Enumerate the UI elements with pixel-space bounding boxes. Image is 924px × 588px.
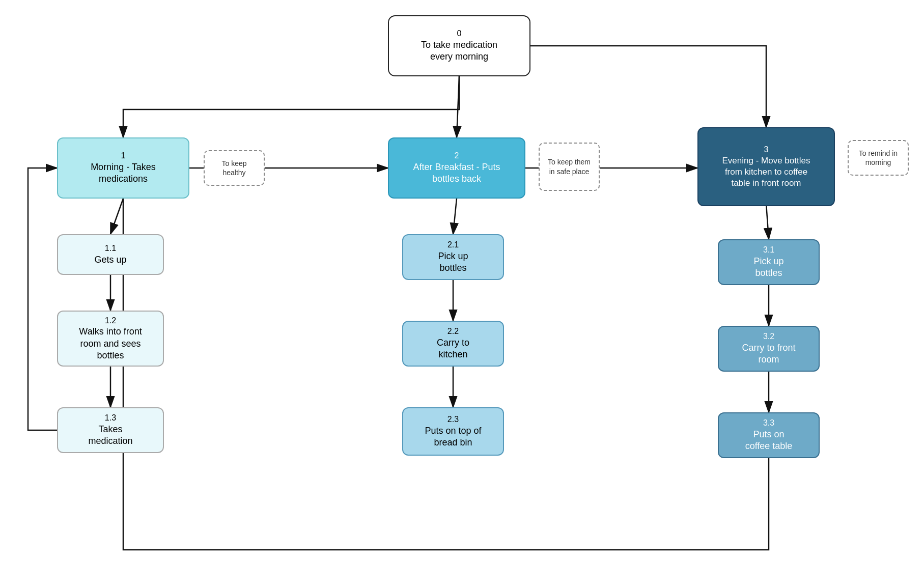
- node-1-3-label: Takes medication: [88, 424, 132, 446]
- node-1-2-id: 1.2: [79, 316, 142, 326]
- node-2-annotation-label: To keep them in safe place: [546, 157, 593, 176]
- node-3-1-label: Pick up bottles: [753, 256, 783, 278]
- node-2-label: After Breakfast - Puts bottles back: [413, 162, 500, 184]
- node-1-1-id: 1.1: [94, 243, 126, 254]
- arrows-svg: [0, 0, 924, 588]
- node-3-annotation-label: To remind in morning: [855, 149, 902, 167]
- node-3: 3 Evening - Move bottles from kitchen to…: [697, 127, 835, 206]
- node-3-1-id: 3.1: [753, 245, 783, 256]
- node-3-id: 3: [722, 145, 810, 155]
- node-2-3-label: Puts on top of bread bin: [425, 426, 481, 447]
- node-2-2: 2.2 Carry to kitchen: [402, 321, 504, 367]
- node-1-1-label: Gets up: [94, 255, 126, 265]
- node-2-1-label: Pick up bottles: [438, 251, 468, 273]
- node-3-2: 3.2 Carry to front room: [718, 326, 820, 372]
- node-2-2-id: 2.2: [437, 326, 469, 337]
- svg-line-4: [110, 199, 123, 234]
- node-3-annotation: To remind in morning: [848, 140, 909, 176]
- node-3-2-label: Carry to front room: [742, 343, 795, 365]
- node-3-1: 3.1 Pick up bottles: [718, 239, 820, 285]
- node-3-label: Evening - Move bottles from kitchen to c…: [722, 156, 810, 188]
- node-1-3-id: 1.3: [88, 413, 132, 424]
- diagram-container: 0 To take medication every morning 1 Mor…: [0, 0, 924, 588]
- node-1-label: Morning - Takes medications: [91, 162, 156, 184]
- root-node-label: To take medication every morning: [421, 40, 497, 62]
- node-3-3-id: 3.3: [745, 418, 793, 429]
- node-1-2: 1.2 Walks into front room and sees bottl…: [57, 311, 164, 367]
- node-3-2-id: 3.2: [742, 331, 795, 342]
- root-node-id: 0: [421, 29, 497, 39]
- node-2-3-id: 2.3: [425, 414, 481, 425]
- node-3-3: 3.3 Puts on coffee table: [718, 412, 820, 458]
- node-2-annotation: To keep them in safe place: [539, 143, 600, 191]
- node-2-1-id: 2.1: [438, 240, 468, 250]
- node-1-1: 1.1 Gets up: [57, 234, 164, 275]
- node-2-1: 2.1 Pick up bottles: [402, 234, 504, 280]
- node-1-id: 1: [91, 151, 156, 161]
- node-2-id: 2: [413, 151, 500, 161]
- svg-line-7: [453, 199, 457, 234]
- node-2-2-label: Carry to kitchen: [437, 338, 469, 359]
- node-2-3: 2.3 Puts on top of bread bin: [402, 407, 504, 456]
- node-2: 2 After Breakfast - Puts bottles back: [388, 137, 525, 199]
- svg-line-10: [766, 204, 769, 239]
- root-node: 0 To take medication every morning: [388, 15, 530, 76]
- node-1-annotation: To keep healthy: [204, 150, 265, 186]
- svg-line-1: [457, 76, 459, 137]
- node-3-3-label: Puts on coffee table: [745, 429, 793, 451]
- node-1-3: 1.3 Takes medication: [57, 407, 164, 453]
- node-1: 1 Morning - Takes medications: [57, 137, 189, 199]
- node-1-annotation-label: To keep healthy: [211, 159, 258, 177]
- node-1-2-label: Walks into front room and sees bottles: [79, 326, 142, 360]
